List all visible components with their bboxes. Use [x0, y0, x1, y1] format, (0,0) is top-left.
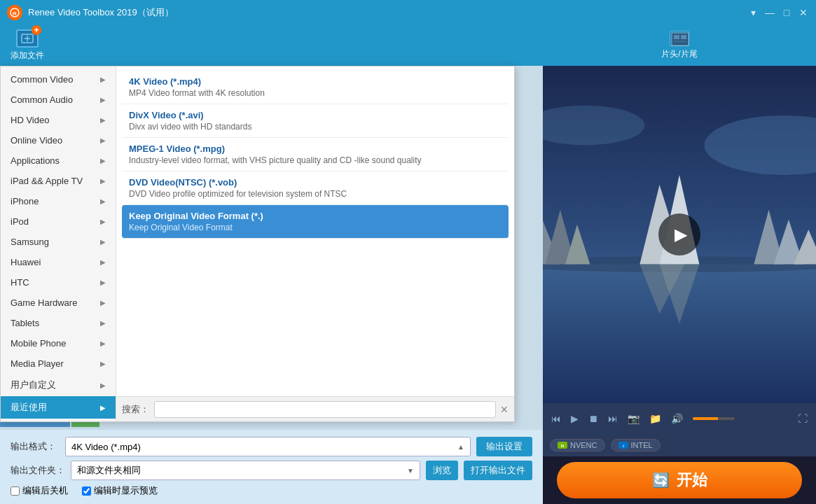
search-clear-icon[interactable]: ✕	[500, 404, 509, 415]
category-item-online-video[interactable]: Online Video ▶	[1, 130, 116, 150]
category-item-tablets[interactable]: Tablets ▶	[1, 313, 116, 333]
chevron-icon-hd-video: ▶	[100, 116, 106, 124]
category-item-game-hardware[interactable]: Game Hardware ▶	[1, 293, 116, 313]
category-item-recent[interactable]: 最近使用 ▶	[1, 396, 116, 419]
category-item-htc[interactable]: HTC ▶	[1, 272, 116, 293]
open-output-button[interactable]: 打开输出文件	[464, 461, 532, 480]
camera-button[interactable]: 📷	[625, 412, 642, 426]
intel-label: INTEL	[631, 441, 653, 449]
browse-button[interactable]: 浏览	[426, 461, 458, 480]
category-label-game-hardware: Game Hardware	[11, 298, 77, 308]
chevron-icon-online-video: ▶	[100, 136, 106, 144]
stop-button[interactable]: ⏹	[586, 412, 601, 426]
format-item-divx-avi[interactable]: DivX Video (*.avi) Divx avi video with H…	[122, 104, 509, 138]
category-label-common-video: Common Video	[11, 74, 73, 85]
folder-dropdown-arrow: ▼	[407, 467, 414, 475]
category-item-mobile-phone[interactable]: Mobile Phone ▶	[1, 333, 116, 354]
add-file-label: 添加文件	[11, 50, 44, 62]
format-desc-dvd-vob: DVD Video profile optimized for televisi…	[129, 189, 502, 199]
output-folder-select-wrapper: 和源文件夹相同 ▼	[71, 461, 420, 480]
preview-check-label: 编辑时显示预览	[94, 484, 158, 497]
output-format-row: 输出格式： 4K Video (*.mp4) ▲ 输出设置	[11, 437, 532, 456]
fullscreen-button[interactable]: ⛶	[795, 412, 810, 426]
checkbox-row: 编辑后关机 编辑时显示预览	[11, 484, 532, 497]
window-controls: ▾ — □ ✕	[747, 7, 809, 18]
chevron-icon-recent: ▶	[100, 404, 106, 412]
category-label-ipad-apple-tv: iPad && Apple TV	[11, 176, 83, 186]
category-item-samsung[interactable]: Samsung ▶	[1, 232, 116, 252]
search-label: 搜索：	[122, 403, 150, 416]
format-item-dvd-vob[interactable]: DVD Video(NTSC) (*.vob) DVD Video profil…	[122, 172, 509, 205]
category-label-recent: 最近使用	[11, 401, 47, 414]
svg-rect-7	[681, 35, 686, 39]
category-label-online-video: Online Video	[11, 135, 62, 146]
play-button[interactable]	[658, 214, 700, 255]
minimize-btn[interactable]: —	[764, 7, 775, 18]
maximize-btn[interactable]: □	[781, 7, 792, 18]
app-title: Renee Video Toolbox 2019（试用）	[28, 6, 747, 19]
collapse-btn[interactable]: ▾	[747, 7, 759, 18]
add-file-icon	[16, 29, 39, 48]
category-item-huawei[interactable]: Huawei ▶	[1, 252, 116, 272]
app-logo: R	[7, 5, 22, 20]
volume-slider[interactable]	[693, 417, 735, 420]
chevron-icon-custom: ▶	[100, 382, 106, 389]
nvenc-badge: N NVENC	[550, 439, 605, 451]
output-format-select[interactable]: 4K Video (*.mp4) ▲	[65, 437, 471, 456]
category-item-hd-video[interactable]: HD Video ▶	[1, 110, 116, 130]
main-content: 清除任务列表 移 输出格式： 4K Video (*.mp4) ▲ 输出设置 输…	[0, 66, 816, 504]
category-label-tablets: Tablets	[11, 318, 39, 328]
volume-button[interactable]: 🔊	[668, 412, 686, 426]
start-icon: 🔄	[652, 472, 670, 489]
format-title-divx-avi: DivX Video (*.avi)	[129, 110, 502, 120]
chevron-icon-applications: ▶	[100, 157, 106, 164]
output-format-label: 输出格式：	[11, 440, 60, 453]
chevron-icon-game-hardware: ▶	[100, 299, 106, 307]
category-item-common-audio[interactable]: Common Audio ▶	[1, 90, 116, 110]
pianduan-label: 片头/片尾	[661, 48, 697, 60]
format-title-4k-mp4: 4K Video (*.mp4)	[129, 76, 502, 87]
video-controls: ⏮ ▶ ⏹ ⏭ 📷 📁 🔊 ⛶	[543, 403, 816, 434]
search-bar: 搜索： ✕	[116, 396, 514, 421]
chevron-icon-huawei: ▶	[100, 258, 106, 266]
format-desc-4k-mp4: MP4 Video format with 4K resolution	[129, 88, 502, 98]
folder-button[interactable]: 📁	[646, 412, 664, 426]
category-label-huawei: Huawei	[11, 257, 41, 267]
format-item-mpeg1-mpg[interactable]: MPEG-1 Video (*.mpg) Industry-level vide…	[122, 138, 509, 172]
category-item-ipad-apple-tv[interactable]: iPad && Apple TV ▶	[1, 171, 116, 191]
chevron-icon-iphone: ▶	[100, 197, 106, 205]
start-button[interactable]: 🔄 开始	[557, 462, 802, 498]
format-desc-keep-original: Keep Original Video Format	[129, 223, 502, 232]
output-format-select-wrapper: 4K Video (*.mp4) ▲	[65, 437, 471, 456]
skip-forward-button[interactable]: ⏭	[605, 412, 621, 426]
search-input[interactable]	[154, 401, 496, 418]
category-item-iphone[interactable]: iPhone ▶	[1, 191, 116, 211]
play-pause-button[interactable]: ▶	[568, 412, 581, 426]
chevron-icon-ipad-apple-tv: ▶	[100, 177, 106, 185]
category-item-applications[interactable]: Applications ▶	[1, 150, 116, 171]
format-item-4k-mp4[interactable]: 4K Video (*.mp4) MP4 Video format with 4…	[122, 71, 509, 104]
shutdown-checkbox[interactable]: 编辑后关机	[11, 484, 68, 497]
skip-back-button[interactable]: ⏮	[548, 412, 564, 426]
chevron-icon-mobile-phone: ▶	[100, 340, 106, 347]
chevron-icon-tablets: ▶	[100, 319, 106, 327]
video-player	[543, 66, 816, 403]
shutdown-check-input[interactable]	[11, 486, 20, 496]
preview-check-input[interactable]	[82, 486, 91, 496]
close-btn[interactable]: ✕	[798, 7, 809, 18]
preview-checkbox[interactable]: 编辑时显示预览	[82, 484, 158, 497]
category-item-media-player[interactable]: Media Player ▶	[1, 354, 116, 374]
pianduan-button[interactable]: 片头/片尾	[661, 31, 697, 60]
output-format-value: 4K Video (*.mp4)	[71, 442, 141, 452]
format-item-keep-original[interactable]: Keep Original Video Format (*.) Keep Ori…	[122, 205, 509, 239]
format-desc-divx-avi: Divx avi video with HD standards	[129, 122, 502, 132]
output-folder-select[interactable]: 和源文件夹相同 ▼	[71, 461, 420, 480]
add-file-button[interactable]: 添加文件	[11, 29, 44, 62]
output-settings-button[interactable]: 输出设置	[476, 437, 532, 456]
start-label: 开始	[677, 470, 707, 491]
output-folder-row: 输出文件夹： 和源文件夹相同 ▼ 浏览 打开输出文件	[11, 461, 532, 480]
category-label-iphone: iPhone	[11, 196, 39, 206]
category-item-ipod[interactable]: iPod ▶	[1, 211, 116, 232]
category-item-custom[interactable]: 用户自定义 ▶	[1, 374, 116, 396]
category-item-common-video[interactable]: Common Video ▶	[1, 69, 116, 90]
